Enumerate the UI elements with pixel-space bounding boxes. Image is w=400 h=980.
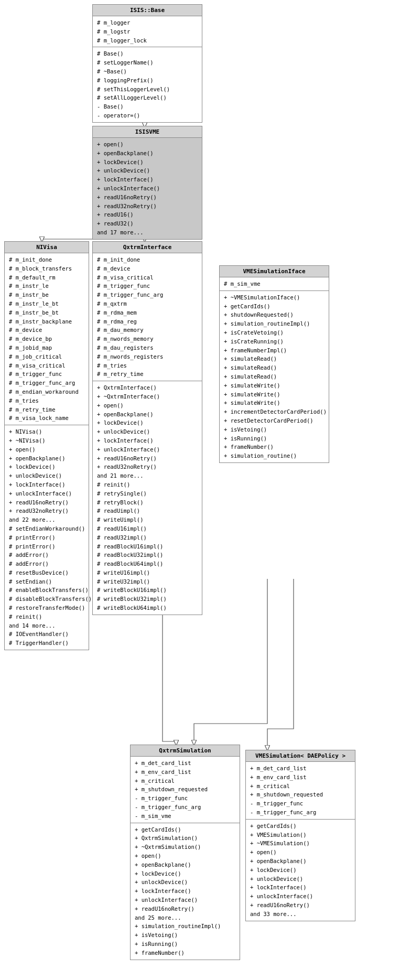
diagram-container: ISIS::Base # m_logger # m_logstr # m_log… [0, 0, 400, 980]
box-vme-simulation-iface-title: VMESimulationIface [220, 266, 329, 277]
box-isis-base-title: ISIS::Base [93, 5, 202, 16]
arrow-vme-iface-to-vme-simulation [267, 579, 294, 751]
box-isis-base-methods: # Base() # setLoggerName() # ~Base() # l… [93, 47, 202, 122]
box-isis-base-fields: # m_logger # m_logstr # m_logger_lock [93, 16, 202, 47]
box-nivisa-fields: # m_init_done # m_block_transfers # m_de… [5, 253, 89, 425]
box-qxtrm-interface-fields: # m_init_done # m_device # m_visa_critic… [93, 253, 202, 381]
box-isis-base: ISIS::Base # m_logger # m_logstr # m_log… [92, 4, 202, 123]
box-vme-simulation-fields: + m_det_card_list + m_env_card_list + m_… [246, 762, 355, 820]
box-vme-simulation-iface: VMESimulationIface # m_sim_vme + ~VMESim… [219, 265, 329, 463]
box-qxtrm-simulation-fields: + m_det_card_list + m_env_card_list + m_… [131, 757, 240, 823]
box-qxtrm-interface: QxtrmInterface # m_init_done # m_device … [92, 241, 202, 615]
box-vme-simulation-title: VMESimulation< DAEPolicy > [246, 750, 355, 762]
box-qxtrm-simulation-title: QxtrmSimulation [131, 745, 240, 757]
box-qxtrm-simulation-methods: + getCardIds() + QxtrmSimulation() + ~Qx… [131, 823, 240, 960]
box-isisvme-methods: + open() + openBackplane() + lockDevice(… [93, 138, 202, 239]
box-isisvme: ISISVME + open() + openBackplane() + loc… [92, 126, 202, 240]
box-vme-simulation-methods: + getCardIds() + VMESimulation() + ~VMES… [246, 820, 355, 921]
box-isisvme-title: ISISVME [93, 126, 202, 138]
box-nivisa-methods: + NIVisa() + ~NIVisa() + open() + openBa… [5, 425, 89, 650]
box-vme-simulation-iface-methods: + ~VMESimulationIface() + getCardIds() +… [220, 291, 329, 462]
box-qxtrm-interface-methods: + QxtrmInterface() + ~QxtrmInterface() +… [93, 381, 202, 615]
box-qxtrm-simulation: QxtrmSimulation + m_det_card_list + m_en… [130, 745, 240, 960]
box-nivisa: NIVisa # m_init_done # m_block_transfers… [4, 241, 89, 650]
box-nivisa-title: NIVisa [5, 242, 89, 253]
box-qxtrm-interface-title: QxtrmInterface [93, 242, 202, 253]
arrow-vme-iface-to-qxtrm-simulation [194, 579, 267, 746]
box-vme-simulation: VMESimulation< DAEPolicy > + m_det_card_… [245, 750, 355, 921]
box-vme-simulation-iface-fields: # m_sim_vme [220, 277, 329, 291]
